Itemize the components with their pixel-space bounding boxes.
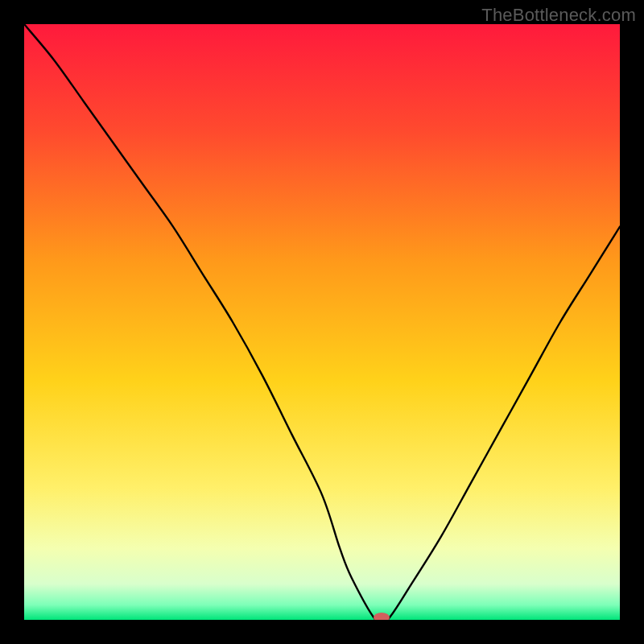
chart-frame: TheBottleneck.com — [0, 0, 644, 644]
bottleneck-chart — [24, 24, 620, 620]
plot-area — [24, 24, 620, 620]
gradient-background — [24, 24, 620, 620]
watermark-text: TheBottleneck.com — [481, 5, 636, 26]
